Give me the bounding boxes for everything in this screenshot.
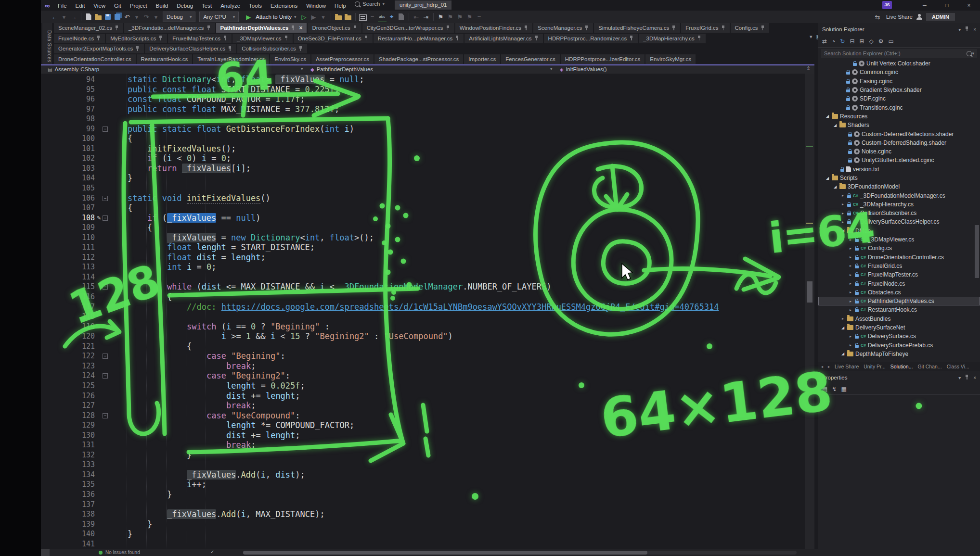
fold-collapse-icon[interactable]: − <box>103 215 108 221</box>
code-line[interactable]: 116{ <box>41 292 805 302</box>
editor-vertical-scrollbar[interactable] <box>805 74 814 549</box>
panel-close-icon[interactable]: × <box>973 375 976 380</box>
nav-back-caret-icon[interactable]: ▾ <box>60 12 68 22</box>
pin-icon[interactable] <box>455 36 459 41</box>
redo-caret-icon[interactable]: ▾ <box>152 12 160 22</box>
editor-tab-collisionsubscriber-cs[interactable]: CollisionSubscriber.cs <box>237 44 307 53</box>
editor-tab-pathfinderdepthvalues-cs[interactable]: PathfinderDepthValues.cs× <box>216 23 307 33</box>
tree-item-droneorientationcontroller-cs[interactable]: ▸C#DroneOrientationController.cs <box>818 253 980 262</box>
expand-arrow-icon[interactable]: ▸ <box>848 273 853 277</box>
run-caret-icon[interactable]: ▾ <box>319 12 328 22</box>
equals-icon[interactable]: = <box>368 12 377 22</box>
editor-tab-windowpositionfinder-cs[interactable]: WindowPositionFinder.cs <box>455 23 532 33</box>
tree-item-scripts[interactable]: ◢Scripts <box>818 174 980 182</box>
collapse-arrow-icon[interactable]: ◢ <box>833 123 838 127</box>
tree-item-obstacles-cs[interactable]: ▸C#Obstacles.cs <box>818 288 980 297</box>
tree-item-sdf-cginc[interactable]: SDF.cginc <box>818 94 980 103</box>
sync-with-active-document-icon[interactable]: ↻ <box>840 38 845 45</box>
pin-icon[interactable] <box>524 25 528 31</box>
preview-selected-icon[interactable]: ▭ <box>889 38 894 45</box>
code-line[interactable]: 141 <box>41 539 805 549</box>
code-line[interactable]: 100{ <box>41 134 805 144</box>
code-line[interactable]: 103return _fixValues[i]; <box>41 164 805 174</box>
expand-arrow-icon[interactable]: ▸ <box>840 193 845 198</box>
alphabetical-icon[interactable]: ↯ <box>832 386 837 392</box>
panel-close-icon[interactable]: × <box>973 27 976 32</box>
collapse-arrow-icon[interactable]: ◢ <box>825 176 830 180</box>
code-line[interactable]: 129lenght *= COMPOUND_FACTOR; <box>41 420 805 430</box>
menu-analyze[interactable]: Analyze <box>216 3 245 9</box>
code-line[interactable]: 117//doc: https://docs.google.com/spread… <box>41 302 805 312</box>
tree-item-unlit-vertex-color-shader[interactable]: Unlit Vertex Color.shader <box>818 59 980 68</box>
code-line[interactable]: 119switch (i == 0 ? "Begining" : <box>41 322 805 332</box>
save-all-icon[interactable] <box>113 12 122 22</box>
editor-tab-assetpreprocessor-cs[interactable]: AssetPreprocessor.cs <box>311 54 374 64</box>
editor-tab-envirosky-cs[interactable]: EnviroSky.cs <box>270 54 310 64</box>
fold-collapse-icon[interactable]: − <box>103 354 108 359</box>
expand-arrow-icon[interactable]: ▸ <box>848 255 853 259</box>
fold-collapse-icon[interactable]: − <box>103 126 108 132</box>
breadcrumb-member[interactable]: ◈ initFixedValues() <box>560 66 607 72</box>
tree-item-noise-cginc[interactable]: Noise.cginc <box>818 147 980 156</box>
code-line[interactable]: 140} <box>41 529 805 539</box>
editor-tab-fruxelgrid-cs[interactable]: FruxelGrid.cs <box>681 23 729 33</box>
editor-tab-shaderpackage-stprocessor-cs[interactable]: ShaderPackage...stProcessor.cs <box>374 54 463 64</box>
collapse-arrow-icon[interactable]: ◢ <box>840 326 845 330</box>
tree-item-custom-deferredreflections-shader[interactable]: Custom-DeferredReflections.shader <box>818 129 980 138</box>
editor-tab-artificiallightsmanager-cs[interactable]: ArtificialLightsManager.cs <box>464 34 542 43</box>
indent-icon[interactable]: ⇥ <box>422 12 430 22</box>
code-line[interactable]: 125lenght = 0.025f; <box>41 381 805 391</box>
code-line[interactable]: 122−case "Begining": <box>41 351 805 361</box>
tree-item-resources[interactable]: ◢Resources <box>818 112 980 121</box>
nav-back-icon[interactable]: ← <box>50 12 59 22</box>
panel-menu-caret-icon[interactable]: ▾ <box>958 375 961 380</box>
fold-collapse-icon[interactable]: − <box>103 196 108 201</box>
code-line[interactable]: 112float dist = lenght; <box>41 253 805 263</box>
new-file-icon[interactable] <box>84 12 93 22</box>
property-pages-icon[interactable]: ▦ <box>841 386 846 392</box>
panel-menu-caret-icon[interactable]: ▾ <box>958 27 961 32</box>
collapse-arrow-icon[interactable]: ◢ <box>825 114 830 118</box>
tree-item-fruxelnode-cs[interactable]: ▸C#FruxelNode.cs <box>818 279 980 288</box>
code-line[interactable]: 108✎−if (_fixValues == null) <box>41 213 805 223</box>
select-target-icon[interactable]: ⌖ <box>387 12 396 22</box>
editor-tab-restaurantho-plemanager-cs[interactable]: RestaurantHo...pleManager.cs <box>374 34 464 43</box>
menu-extensions[interactable]: Extensions <box>266 3 302 9</box>
tree-item-transitions-cginc[interactable]: Transitions.cginc <box>818 103 980 112</box>
tree-item-custom-deferredshading-shader[interactable]: Custom-DeferredShading.shader <box>818 139 980 147</box>
collapse-all-icon[interactable]: ⊟ <box>850 38 854 45</box>
code-line[interactable]: 101initFixedValues(); <box>41 144 805 154</box>
expand-arrow-icon[interactable]: ▸ <box>848 299 853 303</box>
spell-check-icon[interactable]: abc <box>378 12 387 22</box>
expand-arrow-icon[interactable]: ▸ <box>840 202 845 206</box>
editor-tab-hdrppostproce-izereditor-cs[interactable]: HDRPPostproce...izerEditor.cs <box>561 54 645 64</box>
breadcrumb-type-caret-icon[interactable]: ▾ <box>550 66 553 71</box>
pending-changes-filter-icon[interactable]: ◔ <box>832 38 835 45</box>
pin-icon[interactable] <box>291 25 295 31</box>
menu-edit[interactable]: Edit <box>71 3 90 9</box>
settings-gear-icon[interactable]: ⚙ <box>878 38 884 45</box>
editor-tab-fruxelmaptester-cs[interactable]: FruxelMapTester.cs <box>168 34 232 43</box>
menu-tools[interactable]: Tools <box>245 3 266 9</box>
tree-item-config-cs[interactable]: ▸C#Config.cs <box>818 244 980 253</box>
breadcrumb-project-caret-icon[interactable]: ▾ <box>301 66 303 71</box>
menu-debug[interactable]: Debug <box>172 3 197 9</box>
expand-arrow-icon[interactable]: ▸ <box>848 264 853 268</box>
pin-icon[interactable] <box>97 36 101 41</box>
fold-collapse-icon[interactable]: − <box>103 373 108 379</box>
menu-git[interactable]: Git <box>110 3 126 9</box>
tree-item-depthmaptofisheye[interactable]: ◢DepthMapToFisheye <box>818 350 980 358</box>
expand-arrow-icon[interactable]: ▸ <box>848 281 853 286</box>
pin-icon[interactable] <box>223 36 227 41</box>
code-line[interactable]: 128−case "UseCompound": <box>41 411 805 421</box>
debug-config-select[interactable]: Debug▾ <box>163 12 195 22</box>
code-line[interactable]: 114 <box>41 272 805 282</box>
editor-tab-deliverysurfaceclasshelper-cs[interactable]: DeliverySurfaceClassHelper.cs <box>145 44 236 53</box>
pin-icon[interactable] <box>136 46 140 51</box>
code-line[interactable]: 130dist += lenght; <box>41 430 805 441</box>
undo-caret-icon[interactable]: ▾ <box>132 12 141 22</box>
menu-test[interactable]: Test <box>197 3 216 9</box>
menu-help[interactable]: Help <box>330 3 350 9</box>
tree-item-collisionsubscriber-cs[interactable]: ▸C#CollisionSubscriber.cs <box>818 209 980 217</box>
code-line[interactable]: 133 <box>41 460 805 470</box>
